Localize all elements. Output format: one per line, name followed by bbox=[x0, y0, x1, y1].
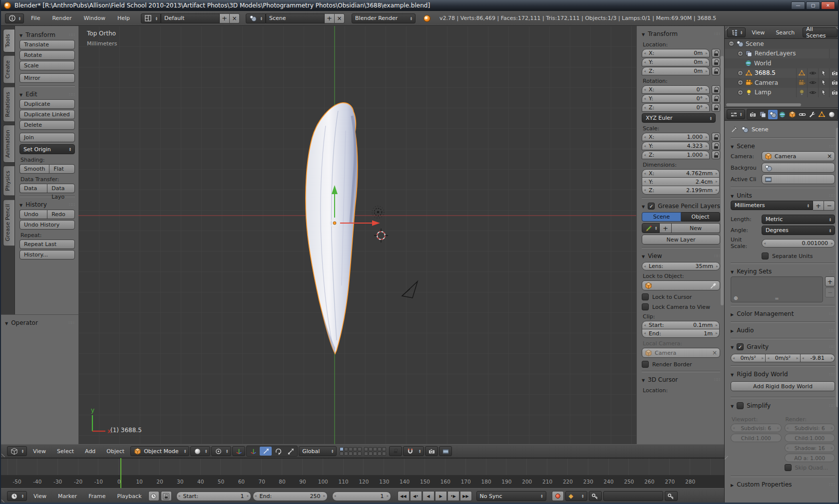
set-origin-select[interactable]: Set Origin bbox=[19, 144, 75, 154]
timeline-playhead[interactable] bbox=[120, 458, 121, 488]
snap-select[interactable] bbox=[403, 446, 424, 456]
screen-layout-field[interactable]: Default bbox=[161, 13, 220, 23]
local-camera-field[interactable]: Camera bbox=[642, 348, 720, 358]
frame-end-field[interactable]: End:250 bbox=[253, 492, 328, 501]
n-panel-scrollbar[interactable] bbox=[721, 56, 724, 305]
timeline-frame-area[interactable] bbox=[1, 458, 724, 475]
view3d-menu-select[interactable]: Select bbox=[52, 448, 79, 455]
panel-grip-icon[interactable] bbox=[69, 32, 75, 37]
gp-add-button[interactable] bbox=[660, 223, 672, 233]
location-y-field[interactable]: Y:0m bbox=[642, 58, 710, 66]
view3d-menu-view[interactable]: View bbox=[28, 448, 51, 455]
delete-button[interactable]: Delete bbox=[19, 120, 75, 130]
angle-select[interactable]: Degrees bbox=[762, 226, 835, 235]
layer-cell[interactable] bbox=[358, 447, 362, 451]
tab-object[interactable] bbox=[788, 110, 797, 119]
list-add-icon[interactable]: ⊕ bbox=[734, 295, 738, 301]
layer-cell[interactable] bbox=[353, 452, 357, 456]
tab-material[interactable] bbox=[827, 110, 837, 119]
editor-type-select-properties[interactable] bbox=[727, 109, 745, 119]
collapse-minus-icon[interactable]: − bbox=[729, 41, 734, 46]
transform-orientation-select[interactable]: Global bbox=[299, 446, 337, 456]
insert-keyframe-button[interactable] bbox=[589, 491, 602, 501]
panel-grip-icon[interactable] bbox=[830, 144, 835, 149]
data-button[interactable]: Data bbox=[19, 184, 47, 193]
manipulator-axes-button[interactable] bbox=[247, 447, 259, 456]
tab-animation[interactable]: Animation bbox=[3, 125, 14, 163]
layer-cell[interactable] bbox=[369, 452, 373, 456]
lock-icon[interactable] bbox=[712, 151, 720, 159]
viewport-subdivision-field[interactable]: Subdivisi: 6 bbox=[731, 424, 782, 432]
undo-button[interactable]: Undo bbox=[19, 210, 47, 219]
lock-camera-checkbox[interactable] bbox=[642, 303, 649, 310]
viewport-shading-select[interactable] bbox=[190, 446, 210, 456]
render-engine-select[interactable]: Blender Render bbox=[352, 13, 416, 23]
layer-cell[interactable] bbox=[364, 452, 368, 456]
panel-grip-icon[interactable] bbox=[830, 372, 835, 377]
outliner-display-mode-select[interactable]: All Scenes bbox=[803, 27, 838, 37]
lamp-object[interactable] bbox=[372, 206, 384, 218]
renderability-camera-icon[interactable] bbox=[831, 79, 839, 86]
clip-end-field[interactable]: End:1m bbox=[642, 329, 720, 338]
location-z-field[interactable]: Z:0m bbox=[642, 67, 710, 75]
active-keying-set-field[interactable] bbox=[603, 491, 663, 501]
manipulator-scale-button[interactable] bbox=[285, 447, 297, 456]
panel-grip-icon[interactable] bbox=[715, 377, 720, 382]
next-keyframe-button[interactable]: •▶ bbox=[447, 491, 459, 501]
lock-object-field[interactable] bbox=[642, 280, 720, 290]
layer-cell[interactable] bbox=[382, 447, 386, 451]
layer-cell[interactable] bbox=[340, 447, 344, 451]
unit-scale-field[interactable]: 0.001000 bbox=[762, 239, 835, 248]
maximize-button[interactable]: ▢ bbox=[806, 1, 820, 9]
clear-icon[interactable] bbox=[827, 153, 832, 160]
outliner-row-object[interactable]: + 3688.5 bbox=[725, 68, 839, 78]
menu-file[interactable]: File bbox=[26, 15, 45, 21]
expand-plus-icon[interactable]: + bbox=[738, 90, 743, 95]
dimension-y-field[interactable]: Y:2.4cm bbox=[642, 178, 720, 186]
renderability-camera-icon[interactable] bbox=[831, 69, 839, 77]
location-x-field[interactable]: X:0m bbox=[642, 49, 710, 57]
mode-select[interactable]: Object Mode bbox=[130, 446, 189, 456]
skip-quad-checkbox[interactable] bbox=[785, 464, 792, 471]
frame-start-field[interactable]: Start:1 bbox=[176, 492, 251, 501]
selectability-cursor-icon[interactable] bbox=[820, 69, 828, 77]
expand-plus-icon[interactable]: + bbox=[738, 51, 743, 56]
scale-z-field[interactable]: Z:1.000 bbox=[642, 151, 710, 159]
cursor-3d[interactable] bbox=[374, 229, 388, 243]
lock-icon[interactable] bbox=[712, 94, 720, 103]
lock-icon[interactable] bbox=[712, 133, 720, 141]
manipulator-x-arrow[interactable] bbox=[372, 221, 380, 226]
lock-to-scene-button[interactable] bbox=[389, 446, 402, 456]
panel-header-gravity[interactable]: Gravity bbox=[731, 342, 835, 352]
render-ao-field[interactable]: AO a: 1.000 bbox=[785, 454, 836, 462]
panel-grip-icon[interactable] bbox=[69, 92, 75, 97]
keying-set-select[interactable]: ◆ bbox=[565, 491, 587, 501]
menu-help[interactable]: Help bbox=[112, 15, 135, 21]
panel-header-history[interactable]: History bbox=[19, 200, 75, 210]
clip-start-field[interactable]: Start:0.1mm bbox=[642, 321, 720, 329]
gravity-x-field[interactable]: 0m/s² bbox=[731, 354, 766, 362]
rotation-x-field[interactable]: X:0° bbox=[642, 85, 710, 94]
keying-set-add-button[interactable] bbox=[825, 276, 835, 286]
panel-header-edit[interactable]: Edit bbox=[19, 89, 75, 99]
outliner-row-lamp[interactable]: + Lamp bbox=[725, 88, 839, 98]
layer-cell[interactable] bbox=[369, 447, 373, 451]
visibility-eye-icon[interactable] bbox=[809, 89, 817, 96]
scene-select-icon-button[interactable] bbox=[246, 13, 266, 23]
scale-y-field[interactable]: Y:4.323 bbox=[642, 142, 710, 150]
panel-header-view[interactable]: View bbox=[642, 251, 720, 261]
editor-type-select-timeline[interactable] bbox=[7, 491, 27, 501]
artifact-object[interactable] bbox=[306, 103, 358, 354]
panel-grip-icon[interactable] bbox=[830, 344, 835, 349]
view3d-menu-add[interactable]: Add bbox=[80, 448, 100, 455]
preview-range-button[interactable] bbox=[148, 491, 159, 501]
view3d-menu-object[interactable]: Object bbox=[101, 448, 129, 455]
tab-tools[interactable]: Tools bbox=[3, 29, 14, 52]
layer-cell[interactable] bbox=[358, 452, 362, 456]
simplify-checkbox[interactable] bbox=[737, 402, 744, 409]
gp-source-scene-toggle[interactable]: Scene bbox=[642, 212, 681, 222]
pin-icon[interactable] bbox=[731, 126, 738, 133]
panel-header-transform-n[interactable]: Transform bbox=[642, 29, 720, 39]
tab-world[interactable] bbox=[778, 110, 788, 119]
list-resize-grip[interactable]: = bbox=[775, 296, 779, 301]
